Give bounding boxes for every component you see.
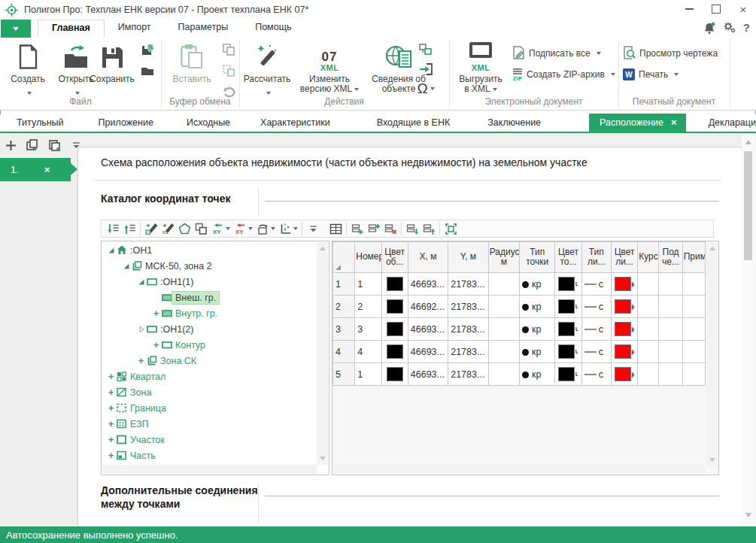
import-xy-button[interactable]: XY [232, 221, 248, 236]
doc-tab-1[interactable]: Титульный [11, 114, 70, 132]
cell-line-type[interactable]: с [581, 341, 611, 363]
cell-radius[interactable] [488, 363, 519, 386]
cell-italic[interactable] [638, 296, 659, 318]
tree-item--он1-2-[interactable]: :ОН1(2) [102, 321, 315, 337]
chevron-down-icon[interactable] [271, 227, 275, 230]
settings-gear-icon[interactable] [723, 22, 736, 33]
table-horizontal-scrollbar[interactable] [333, 465, 706, 474]
cell-line-color[interactable]: к [611, 273, 637, 296]
tree-item-мск-50-зона-2[interactable]: МСК-50, зона 2 [102, 258, 315, 274]
cell-outline-color[interactable] [381, 318, 408, 341]
renumber-first-wand-button[interactable]: н1 [159, 221, 176, 236]
cell-italic[interactable] [638, 341, 659, 363]
scroll-up-icon[interactable] [320, 247, 326, 250]
cell-underline[interactable] [659, 296, 682, 318]
cell-point-number[interactable]: 3 [355, 318, 381, 341]
save-as-icon[interactable] [140, 42, 155, 57]
doc-tab-3[interactable]: Исходные [181, 114, 236, 132]
create-button[interactable]: Создать [5, 41, 51, 89]
sort-points-reverse-button[interactable] [121, 221, 138, 236]
cell-y[interactable]: 21783... [448, 363, 488, 386]
page-scrollbar[interactable] [742, 133, 755, 526]
polygon-build-button[interactable] [176, 221, 193, 236]
cell-y[interactable]: 21783... [448, 273, 488, 296]
scroll-down-icon[interactable] [709, 458, 715, 462]
cell-note[interactable] [682, 363, 705, 386]
move-row-down-button[interactable] [404, 221, 421, 236]
ribbon-tab-import[interactable]: Импорт [105, 20, 165, 38]
add-node-icon[interactable]: + [106, 402, 116, 414]
cell-point-number[interactable]: 4 [355, 341, 381, 363]
sign-all-button[interactable]: Подписать все [512, 45, 615, 62]
insert-row-button[interactable] [366, 221, 382, 236]
add-node-icon[interactable]: + [106, 450, 116, 461]
more-button[interactable] [305, 221, 321, 236]
expanded-arrow-icon[interactable] [123, 262, 130, 270]
cell-y[interactable]: 21783... [448, 341, 488, 363]
cell-underline[interactable] [659, 273, 682, 296]
sort-points-renumber-button[interactable] [105, 221, 121, 236]
cell-note[interactable] [682, 318, 705, 341]
column-header-4[interactable]: Y, м [448, 242, 488, 273]
cell-italic[interactable] [638, 363, 659, 386]
cell-outline-color[interactable] [381, 296, 408, 318]
doc-tab-2[interactable]: Приложение [93, 114, 159, 132]
tree-expander[interactable] [136, 278, 146, 286]
app-menu-button[interactable] [1, 20, 31, 38]
doc-tab-close-icon[interactable]: × [671, 117, 677, 128]
table-view-button[interactable] [327, 221, 344, 236]
cell-point-color[interactable]: ч [555, 273, 581, 296]
calculate-button[interactable]: Рассчитать [242, 41, 292, 89]
cell-row-number[interactable]: 2 [333, 296, 355, 318]
cell-italic[interactable] [638, 273, 659, 296]
move-row-up-button[interactable] [421, 221, 437, 236]
add-node-icon[interactable]: + [151, 339, 161, 350]
print-button[interactable]: W Печать [623, 66, 718, 83]
cell-underline[interactable] [659, 318, 682, 341]
cell-row-number[interactable]: 1 [333, 273, 355, 296]
cell-point-color[interactable]: ч [555, 341, 581, 363]
column-header-1[interactable]: Номер... [355, 242, 381, 273]
omega-symbols-button[interactable]: Ω [418, 81, 433, 96]
scroll-down-icon[interactable] [745, 513, 751, 517]
cell-line-color[interactable]: к [611, 296, 637, 318]
expand-table-button[interactable] [442, 221, 459, 236]
duplicate-page-button[interactable] [25, 138, 40, 153]
doc-tab-5[interactable]: Входящие в ЕНК [371, 114, 457, 132]
tree-item-зона[interactable]: +Зона [102, 384, 315, 400]
cell-point-number[interactable]: 1 [355, 273, 381, 296]
cell-outline-color[interactable] [381, 341, 408, 363]
cell-point-number[interactable]: 2 [355, 296, 381, 318]
tree-item-квартал[interactable]: +Квартал [102, 369, 315, 384]
chevron-down-icon[interactable] [248, 227, 253, 230]
column-header-11[interactable]: Под че... [659, 242, 682, 273]
tree-item-часть[interactable]: +Часть [102, 447, 315, 463]
tree-expander[interactable] [136, 326, 146, 333]
chevron-down-icon[interactable] [293, 227, 298, 230]
column-header-5[interactable]: Радиус, м [488, 242, 519, 273]
tree-item-граница[interactable]: +Граница [102, 400, 315, 416]
cell-y[interactable]: 21783... [448, 318, 488, 341]
page-item-close-icon[interactable]: × [44, 164, 50, 175]
add-node-icon[interactable]: + [106, 387, 116, 398]
cell-radius[interactable] [488, 273, 519, 296]
cell-radius[interactable] [488, 296, 519, 318]
add-row-end-button[interactable] [349, 221, 366, 236]
add-node-icon[interactable]: + [106, 418, 116, 429]
cell-note[interactable] [682, 273, 705, 296]
duplicate-all-pages-button[interactable] [47, 138, 62, 153]
export-xy-button[interactable]: XY [209, 221, 226, 236]
cell-line-color[interactable]: к [611, 363, 637, 386]
paste-button[interactable]: Вставить [169, 41, 215, 84]
tree-item-контур[interactable]: +Контур [102, 337, 315, 353]
tree-item-внеш-гр-[interactable]: Внеш. гр. [102, 290, 315, 305]
column-header-10[interactable]: Курсив [638, 242, 659, 273]
open-recent-icon[interactable] [140, 63, 155, 78]
cell-radius[interactable] [488, 341, 519, 363]
ribbon-tab-pomosch[interactable]: Помощь [241, 20, 305, 38]
maximize-button[interactable] [708, 2, 724, 17]
tree-expander[interactable] [121, 262, 131, 270]
column-header-6[interactable]: Тип точки [519, 242, 554, 273]
cell-point-type[interactable]: кр [519, 341, 554, 363]
add-node-icon[interactable]: + [106, 434, 116, 445]
